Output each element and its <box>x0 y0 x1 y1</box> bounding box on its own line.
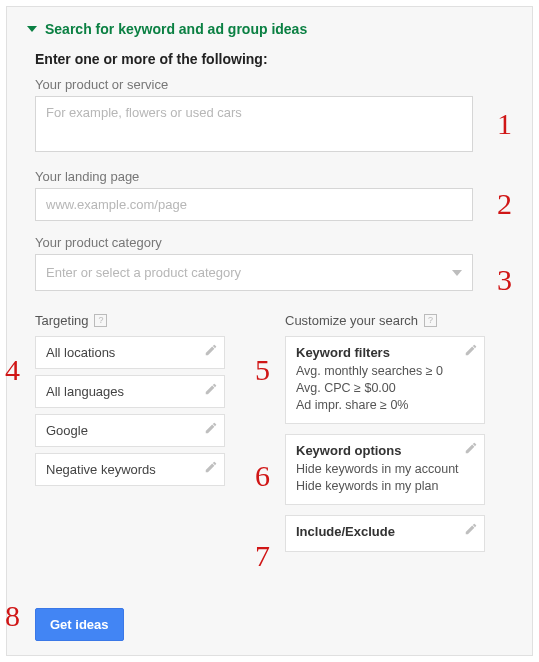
customize-title: Customize your search <box>285 313 418 328</box>
customize-column: Customize your search ? Keyword filters … <box>285 313 505 558</box>
targeting-item-label: Negative keywords <box>46 462 156 477</box>
chevron-down-icon <box>452 270 462 276</box>
keyword-filters-card[interactable]: Keyword filters Avg. monthly searches ≥ … <box>285 336 485 424</box>
help-icon[interactable]: ? <box>94 314 107 327</box>
options-line: Hide keywords in my account <box>296 462 474 476</box>
product-label: Your product or service <box>35 77 512 92</box>
landing-field-group: Your landing page <box>35 169 512 221</box>
annotation-3: 3 <box>497 263 512 297</box>
get-ideas-button[interactable]: Get ideas <box>35 608 124 641</box>
category-dropdown[interactable]: Enter or select a product category <box>35 254 473 291</box>
annotation-2: 2 <box>497 187 512 221</box>
annotation-6: 6 <box>255 459 270 493</box>
product-field-group: Your product or service <box>35 77 512 155</box>
targeting-item-label: Google <box>46 423 88 438</box>
targeting-item-label: All locations <box>46 345 115 360</box>
filters-line: Avg. CPC ≥ $0.00 <box>296 381 474 395</box>
keyword-planner-panel: Search for keyword and ad group ideas En… <box>6 6 533 656</box>
annotation-5: 5 <box>255 353 270 387</box>
intro-heading: Enter one or more of the following: <box>35 51 512 67</box>
pencil-icon <box>464 343 478 357</box>
category-field-group: Your product category Enter or select a … <box>35 235 512 291</box>
category-placeholder: Enter or select a product category <box>46 265 241 280</box>
landing-label: Your landing page <box>35 169 512 184</box>
pencil-icon <box>464 441 478 455</box>
annotation-4: 4 <box>5 353 20 387</box>
annotation-1: 1 <box>497 107 512 141</box>
panel-title: Search for keyword and ad group ideas <box>45 21 307 37</box>
category-label: Your product category <box>35 235 512 250</box>
filters-line: Avg. monthly searches ≥ 0 <box>296 364 474 378</box>
include-title: Include/Exclude <box>296 524 474 539</box>
pencil-icon <box>204 460 218 474</box>
targeting-locations[interactable]: All locations <box>35 336 225 369</box>
annotation-7: 7 <box>255 539 270 573</box>
options-title: Keyword options <box>296 443 474 458</box>
pencil-icon <box>204 343 218 357</box>
annotation-8: 8 <box>5 599 20 633</box>
filters-title: Keyword filters <box>296 345 474 360</box>
panel-header[interactable]: Search for keyword and ad group ideas <box>27 21 512 37</box>
disclosure-triangle-icon <box>27 26 37 32</box>
filters-line: Ad impr. share ≥ 0% <box>296 398 474 412</box>
product-input[interactable] <box>35 96 473 152</box>
pencil-icon <box>204 421 218 435</box>
include-exclude-card[interactable]: Include/Exclude <box>285 515 485 552</box>
targeting-column: Targeting ? All locations All languages … <box>35 313 265 558</box>
targeting-negative[interactable]: Negative keywords <box>35 453 225 486</box>
pencil-icon <box>204 382 218 396</box>
targeting-title: Targeting <box>35 313 88 328</box>
pencil-icon <box>464 522 478 536</box>
targeting-network[interactable]: Google <box>35 414 225 447</box>
keyword-options-card[interactable]: Keyword options Hide keywords in my acco… <box>285 434 485 505</box>
landing-input[interactable] <box>35 188 473 221</box>
targeting-languages[interactable]: All languages <box>35 375 225 408</box>
targeting-item-label: All languages <box>46 384 124 399</box>
help-icon[interactable]: ? <box>424 314 437 327</box>
options-line: Hide keywords in my plan <box>296 479 474 493</box>
